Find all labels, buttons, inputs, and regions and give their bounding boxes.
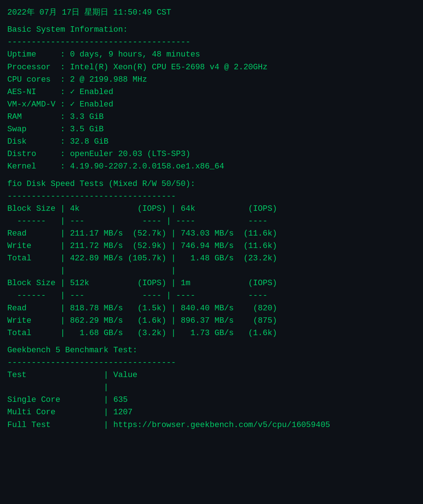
geekbench-section-title: Geekbench 5 Benchmark Test:: [7, 344, 416, 357]
basic-fields: Uptime : 0 days, 9 hours, 48 minutesProc…: [7, 49, 416, 173]
basic-field-0: Uptime : 0 days, 9 hours, 48 minutes: [7, 49, 416, 61]
geekbench-row-0: Test | Value: [7, 369, 416, 381]
basic-divider: --------------------------------------: [7, 36, 416, 49]
geekbench-table: Test | Value |Single Core | 635Multi Cor…: [7, 369, 416, 431]
fio-row-10: Total | 1.68 GB/s (3.2k) | 1.73 GB/s (1.…: [7, 327, 416, 340]
fio-section-title: fio Disk Speed Tests (Mixed R/W 50/50):: [7, 178, 416, 190]
datetime-line: 2022年 07月 17日 星期日 11:50:49 CST: [7, 7, 416, 19]
fio-row-6: Block Size | 512k (IOPS) | 1m (IOPS): [7, 277, 416, 290]
basic-field-6: Swap : 3.5 GiB: [7, 123, 416, 136]
fio-divider: -----------------------------------: [7, 190, 416, 203]
terminal-output: 2022年 07月 17日 星期日 11:50:49 CST Basic Sys…: [7, 7, 416, 431]
basic-field-9: Kernel : 4.19.90-2207.2.0.0158.oe1.x86_6…: [7, 160, 416, 173]
fio-table: Block Size | 4k (IOPS) | 64k (IOPS) ----…: [7, 203, 416, 340]
geekbench-row-1: |: [7, 381, 416, 394]
basic-field-8: Distro : openEuler 20.03 (LTS-SP3): [7, 148, 416, 160]
fio-row-7: ------ | --- ---- | ---- ----: [7, 290, 416, 302]
basic-field-7: Disk : 32.8 GiB: [7, 136, 416, 148]
geekbench-row-4: Full Test | https://browser.geekbench.co…: [7, 419, 416, 431]
fio-row-9: Write | 862.29 MB/s (1.6k) | 896.37 MB/s…: [7, 315, 416, 327]
fio-row-5: | |: [7, 265, 416, 277]
basic-field-1: Processor : Intel(R) Xeon(R) CPU E5-2698…: [7, 61, 416, 74]
fio-row-3: Write | 211.72 MB/s (52.9k) | 746.94 MB/…: [7, 240, 416, 252]
fio-row-8: Read | 818.78 MB/s (1.5k) | 840.40 MB/s …: [7, 302, 416, 315]
basic-section-title: Basic System Information:: [7, 24, 416, 36]
basic-field-2: CPU cores : 2 @ 2199.988 MHz: [7, 74, 416, 86]
basic-field-4: VM-x/AMD-V : ✓ Enabled: [7, 98, 416, 111]
fio-row-0: Block Size | 4k (IOPS) | 64k (IOPS): [7, 203, 416, 215]
fio-row-1: ------ | --- ---- | ---- ----: [7, 215, 416, 228]
geekbench-row-3: Multi Core | 1207: [7, 406, 416, 419]
geekbench-row-2: Single Core | 635: [7, 394, 416, 406]
fio-row-2: Read | 211.17 MB/s (52.7k) | 743.03 MB/s…: [7, 228, 416, 240]
geekbench-divider: -----------------------------------: [7, 357, 416, 369]
fio-row-4: Total | 422.89 MB/s (105.7k) | 1.48 GB/s…: [7, 252, 416, 265]
basic-field-3: AES-NI : ✓ Enabled: [7, 86, 416, 98]
basic-field-5: RAM : 3.3 GiB: [7, 111, 416, 123]
